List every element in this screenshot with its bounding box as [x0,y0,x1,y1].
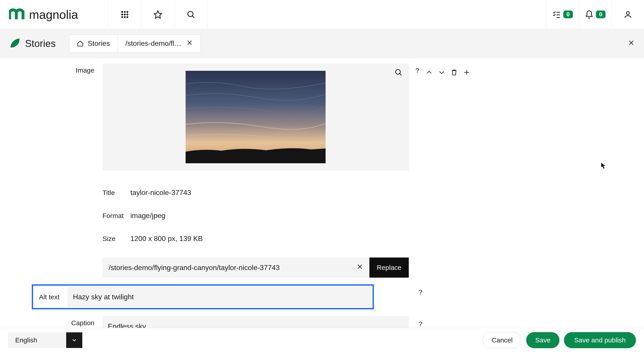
top-header: magnolia 0 0 [0,0,644,29]
user-icon [624,10,632,19]
profile-button[interactable] [611,0,644,29]
main-content: Image [0,58,644,328]
image-preview [102,63,409,171]
leaf-icon [8,37,20,50]
svg-point-3 [122,14,123,15]
search-icon [394,68,402,76]
notifications-button[interactable]: 0 [579,0,611,29]
save-and-publish-button[interactable]: Save and publish [564,332,636,348]
svg-point-0 [122,11,123,13]
svg-point-15 [626,11,629,14]
label-caption: Caption [68,316,102,327]
value-format: image/jpeg [130,211,166,220]
tab-close-button[interactable] [186,39,193,48]
language-caret[interactable] [66,332,82,348]
clear-path-button[interactable] [356,263,363,272]
language-select[interactable]: English [8,332,82,348]
cancel-button[interactable]: Cancel [482,332,522,348]
caption-value: Endless sky [108,322,146,328]
save-button[interactable]: Save [526,332,559,348]
tab-stories[interactable]: Stories [69,34,118,53]
alt-text-input[interactable]: Hazy sky at twilight [68,287,372,307]
delete-button[interactable] [450,69,458,77]
svg-point-1 [124,11,126,13]
svg-marker-9 [154,11,162,18]
language-value: English [8,332,66,348]
close-icon [186,39,193,46]
search-icon [186,10,196,19]
close-icon [356,263,363,270]
app-grid-icon [120,10,129,19]
chevron-up-icon [426,69,433,76]
svg-point-6 [122,16,123,18]
star-icon [154,10,162,19]
app-subheader: Stories Stories /stories-demo/fl… [0,29,644,58]
asset-path-value: /stories-demo/flying-grand-canyon/taylor… [109,264,280,272]
home-icon [77,40,84,47]
close-app-button[interactable] [628,39,634,48]
footer-bar: English Cancel Save Save and publish [0,328,644,352]
bell-icon [585,10,594,19]
plus-icon [463,69,470,76]
svg-point-7 [124,16,126,18]
caption-input[interactable]: Endless sky [102,316,409,328]
label-image: Image [68,63,102,74]
brand-logo[interactable]: magnolia [0,0,108,29]
svg-line-21 [400,74,402,75]
favorite-button[interactable] [141,0,174,29]
global-search-button[interactable] [174,0,208,29]
alt-text-value: Hazy sky at twilight [73,293,134,301]
add-button[interactable] [463,69,470,77]
trash-icon [450,69,458,76]
label-alt: Alt text [34,287,68,307]
zoom-image-button[interactable] [394,68,402,78]
replace-button[interactable]: Replace [370,258,409,278]
svg-point-20 [396,69,400,74]
move-up-button[interactable] [426,69,433,77]
help-button[interactable]: ? [418,320,422,328]
chevron-down-icon [71,337,77,343]
svg-point-10 [188,11,193,16]
tab-label: /stories-demo/fl… [126,39,182,48]
svg-point-2 [126,11,128,13]
svg-point-5 [126,14,128,15]
help-button[interactable]: ? [416,67,419,74]
move-down-button[interactable] [438,69,445,77]
tab-label: Stories [88,39,110,48]
tasks-badge: 0 [563,10,573,18]
help-button[interactable]: ? [418,288,422,296]
app-grid-button[interactable] [108,0,141,29]
chevron-down-icon [438,69,445,76]
tasks-button[interactable]: 0 [546,0,579,29]
brand-text: magnolia [29,8,78,21]
image-thumbnail [186,71,326,163]
app-title: Stories [8,37,56,50]
label-format: Format [102,212,130,219]
header-right: 0 0 [546,0,644,29]
tab-editor[interactable]: /stories-demo/fl… [118,34,201,53]
label-size: Size [102,235,130,243]
header-spacer [208,0,546,29]
alt-text-highlight: Alt text Hazy sky at twilight [32,284,374,309]
close-icon [628,39,634,46]
label-title: Title [102,189,130,196]
app-title-text: Stories [25,38,56,49]
notifications-badge: 0 [596,10,605,18]
value-size: 1200 x 800 px, 139 KB [130,234,203,243]
svg-point-4 [124,14,126,15]
asset-path-field[interactable]: /stories-demo/flying-grand-canyon/taylor… [102,258,370,278]
tasks-icon [552,10,561,19]
svg-point-8 [126,16,128,18]
block-actions: ? [409,63,470,77]
value-title: taylor-nicole-37743 [130,188,191,197]
svg-line-11 [192,16,194,18]
